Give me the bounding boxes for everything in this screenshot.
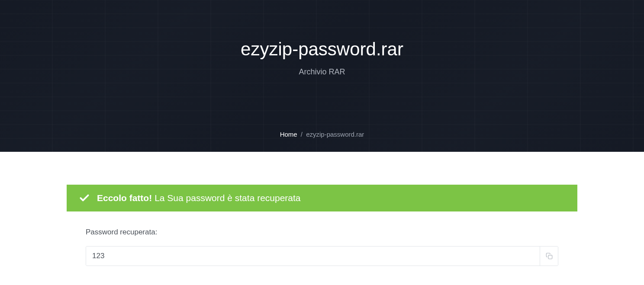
password-input[interactable] [86, 247, 540, 266]
result-panel: Password recuperata: [67, 211, 577, 282]
success-strong-text: Eccolo fatto! [97, 193, 152, 203]
page-subtitle: Archivio RAR [299, 67, 345, 77]
breadcrumb-separator: / [301, 131, 303, 138]
breadcrumb: Home / ezyzip-password.rar [280, 131, 364, 138]
page-title: ezyzip-password.rar [241, 39, 403, 60]
success-banner: Eccolo fatto! La Sua password è stata re… [67, 185, 577, 211]
breadcrumb-current: ezyzip-password.rar [306, 131, 364, 138]
success-message: La Sua password è stata recuperata [155, 193, 300, 203]
breadcrumb-home-link[interactable]: Home [280, 131, 297, 138]
password-row [86, 246, 558, 266]
copy-button[interactable] [540, 247, 558, 266]
hero-section: ezyzip-password.rar Archivio RAR Home / … [0, 0, 644, 152]
content-container: Eccolo fatto! La Sua password è stata re… [67, 152, 577, 282]
copy-icon [546, 253, 553, 259]
check-icon [79, 192, 90, 204]
result-label: Password recuperata: [86, 228, 558, 237]
svg-rect-0 [548, 255, 552, 259]
